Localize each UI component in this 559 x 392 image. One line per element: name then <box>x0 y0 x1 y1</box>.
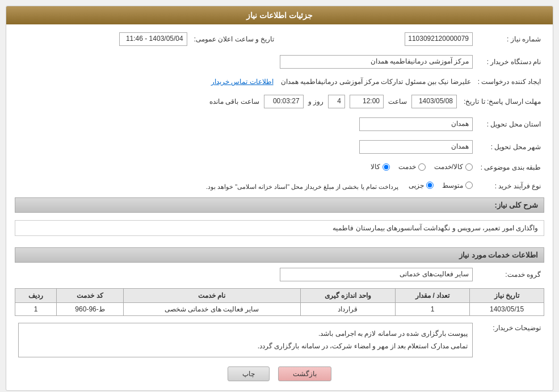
buyer-description-box: پیوست بارگزاری شده در سامانه لازم به اجر… <box>18 323 473 357</box>
process-label: نوع فرآیند خرید : <box>476 179 544 193</box>
province-table: استان محل تحویل : همدان <box>15 115 544 133</box>
creator-label: ایجاد کننده درخواست : <box>474 75 544 88</box>
cell-service-code: ط-96-960 <box>57 303 124 316</box>
category-service[interactable]: خدمت <box>398 163 426 171</box>
category-goods[interactable]: کالا <box>371 163 390 171</box>
process-medium-radio[interactable] <box>465 182 473 189</box>
buyer-org-label: نام دستگاه خریدار : <box>476 53 544 71</box>
service-group-label: گروه خدمت: <box>476 265 544 284</box>
need-description-box: واگذاری امور تعمیر، سرویس و نگهداشت آسان… <box>15 220 544 236</box>
need-description-wrapper: واگذاری امور تعمیر، سرویس و نگهداشت آسان… <box>15 216 544 243</box>
city-table: شهر محل تحویل : همدان <box>15 138 544 156</box>
buyer-description-table: توضیحات خریدار: پیوست بارگزاری شده در سا… <box>15 321 544 360</box>
contact-link[interactable]: اطلاعات تماس خریدار <box>211 78 274 86</box>
main-card: جزئیات اطلاعات نیاز شماره نیاز : 1103092… <box>6 6 553 391</box>
process-medium[interactable]: متوسط <box>442 182 473 189</box>
page-container: جزئیات اطلاعات نیاز شماره نیاز : 1103092… <box>0 0 559 392</box>
need-number-value: 1103092120000079 <box>300 30 476 48</box>
category-radio-group: کالا/خدمت خدمت کالا <box>371 163 473 171</box>
table-row: 1403/05/15 1 قرارداد سایر فعالیت های خدم… <box>15 303 544 316</box>
deadline-date-input: 1403/05/08 <box>411 95 457 108</box>
card-header: جزئیات اطلاعات نیاز <box>6 6 553 24</box>
city-label: شهر محل تحویل : <box>476 138 544 156</box>
buyer-org-value: مرکز آموزشی درمانیفاطمیه همدان <box>15 53 476 71</box>
need-number-label: شماره نیاز : <box>476 30 544 48</box>
process-partial-radio[interactable] <box>426 182 434 189</box>
col-row-num: ردیف <box>15 289 57 303</box>
buyer-description-value: پیوست بارگزاری شده در سامانه لازم به اجر… <box>15 321 476 360</box>
button-row: بازگشت چاپ <box>15 366 544 381</box>
send-date-table: مهلت ارسال پاسخ: تا تاریخ: 1403/05/08 سا… <box>15 92 544 111</box>
deadline-time-input: 12:00 <box>350 95 384 108</box>
category-value: کالا/خدمت خدمت کالا <box>15 161 476 175</box>
need-number-table: شماره نیاز : 1103092120000079 تاریخ و سا… <box>15 30 544 48</box>
city-value: همدان <box>15 138 476 156</box>
province-label: استان محل تحویل : <box>476 115 544 133</box>
print-button[interactable]: چاپ <box>228 366 270 381</box>
cell-quantity: 1 <box>396 303 470 316</box>
city-input: همدان <box>359 140 473 154</box>
buyer-org-table: نام دستگاه خریدار : مرکز آموزشی درمانیفا… <box>15 53 544 71</box>
announcement-date-input: 1403/05/04 - 11:46 <box>119 32 187 46</box>
back-button[interactable]: بازگشت <box>278 366 331 381</box>
service-group-value: سایر فعالیت‌های خدماتی <box>15 265 476 284</box>
process-radio-group: متوسط جزیی <box>409 182 473 189</box>
col-date: تاریخ نیاز <box>470 289 544 303</box>
cell-service-name: سایر فعالیت های خدماتی شخصی <box>124 303 301 316</box>
cell-row-num: 1 <box>15 303 57 316</box>
buyer-description-label: توضیحات خریدار: <box>476 321 544 360</box>
category-label: طبقه بندی موضوعی : <box>476 161 544 175</box>
deadline-days-input: 4 <box>328 95 345 108</box>
services-info-header: اطلاعات خدمات مورد نیاز <box>15 247 544 263</box>
service-group-input: سایر فعالیت‌های خدماتی <box>280 268 473 281</box>
category-service-radio[interactable] <box>418 163 426 171</box>
send-date-value: 1403/05/08 ساعت 12:00 4 روز و 00:0 <box>15 92 460 111</box>
buyer-org-input: مرکز آموزشی درمانیفاطمیه همدان <box>280 55 473 69</box>
announcement-value: 1403/05/04 - 11:46 <box>15 30 191 48</box>
col-unit: واحد اندازه گیری <box>300 289 396 303</box>
process-partial[interactable]: جزیی <box>409 182 434 189</box>
process-value: متوسط جزیی پرداخت تمام یا بخشی از مبلغ خ… <box>15 179 476 193</box>
province-value: همدان <box>15 115 476 133</box>
announcement-label: تاریخ و ساعت اعلان عمومی: <box>191 30 278 48</box>
cell-unit: قرارداد <box>300 303 396 316</box>
remaining-time-input: 00:03:27 <box>264 95 304 108</box>
services-table: تاریخ نیاز تعداد / مقدار واحد اندازه گیر… <box>15 288 544 316</box>
province-input: همدان <box>359 117 473 131</box>
service-group-table: گروه خدمت: سایر فعالیت‌های خدماتی <box>15 265 544 284</box>
card-body: شماره نیاز : 1103092120000079 تاریخ و سا… <box>6 24 553 390</box>
col-service-code: کد خدمت <box>57 289 124 303</box>
need-description-header: شرح کلی نیاز: <box>15 197 544 213</box>
need-number-input: 1103092120000079 <box>405 32 473 46</box>
category-goods-service[interactable]: کالا/خدمت <box>434 163 473 171</box>
category-table: طبقه بندی موضوعی : کالا/خدمت خدمت <box>15 161 544 175</box>
cell-date: 1403/05/15 <box>470 303 544 316</box>
creator-value: علیرضا نیک بین مسئول تدارکات مرکز آموزشی… <box>15 75 474 88</box>
deadline-row: 1403/05/08 ساعت 12:00 4 روز و 00:0 <box>18 95 457 108</box>
send-date-label: مهلت ارسال پاسخ: تا تاریخ: <box>460 92 544 111</box>
creator-table: ایجاد کننده درخواست : علیرضا نیک بین مسئ… <box>15 75 544 88</box>
process-note: پرداخت تمام یا بخشی از مبلغ خریداز محل "… <box>206 183 398 190</box>
col-service-name: نام خدمت <box>124 289 301 303</box>
process-table: نوع فرآیند خرید : متوسط جزیی <box>15 179 544 193</box>
category-goods-service-radio[interactable] <box>465 163 473 171</box>
category-goods-radio[interactable] <box>383 163 390 171</box>
page-title: جزئیات اطلاعات نیاز <box>246 11 313 20</box>
col-quantity: تعداد / مقدار <box>396 289 470 303</box>
